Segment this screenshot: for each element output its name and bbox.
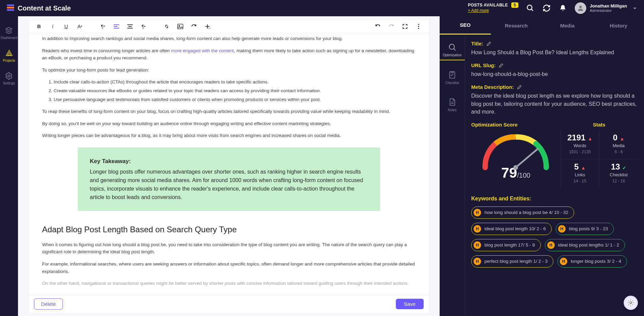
posts-available-count: 5 [511, 2, 518, 8]
paragraph: For example, informational searches, whe… [42, 260, 416, 275]
subnav-notes[interactable]: Notes [440, 95, 465, 115]
editor-content[interactable]: In addition to improving search rankings… [29, 33, 429, 295]
keyword-text: longer blog posts 3/ 2 - 4 [571, 259, 621, 264]
link-button[interactable] [163, 23, 170, 30]
more-button[interactable] [415, 23, 422, 30]
tab-seo[interactable]: SEO [440, 16, 491, 35]
nav-projects[interactable]: Projects [3, 49, 15, 62]
svg-line-19 [454, 48, 455, 50]
top-bar: Content at Scale POSTS AVAILABLE 5 + Add… [0, 0, 644, 16]
paragraph: In addition to improving search rankings… [42, 35, 416, 42]
svg-point-16 [418, 26, 419, 27]
title-label: Title: [471, 41, 638, 46]
stat-media: 0 ▲ Media 6 - 6 [599, 130, 638, 159]
meta-label: Meta Description: [471, 84, 638, 90]
posts-available-label: POSTS AVAILABLE [468, 3, 508, 7]
redo-button[interactable] [388, 23, 395, 30]
edit-icon[interactable] [517, 84, 522, 90]
inline-link[interactable]: more engaged with the content [171, 48, 234, 53]
chevron-down-icon [632, 6, 637, 11]
right-tabs: SEO Research Media History [440, 16, 644, 35]
nav-projects-label: Projects [3, 59, 15, 62]
save-button[interactable]: Save [396, 299, 424, 309]
subnav-optimization[interactable]: Optimization [440, 40, 465, 60]
keyword-pill[interactable]: Hblog posts 9/ 3 - 23 [556, 223, 614, 235]
assistant-bubble-icon[interactable] [624, 296, 638, 310]
keyword-h-icon: H [474, 209, 481, 216]
keywords-list: Hhow long should a blog post be 4/ 10 - … [471, 206, 638, 268]
edit-icon[interactable] [498, 63, 504, 68]
fullscreen-button[interactable] [401, 23, 409, 30]
svg-point-15 [418, 24, 419, 25]
keyword-pill[interactable]: Hblog post length 17/ 5 - 9 [471, 239, 541, 251]
refresh-icon[interactable] [542, 4, 551, 13]
bold-button[interactable]: B [35, 23, 43, 30]
svg-line-30 [629, 304, 629, 305]
keyword-text: ideal blog post lengths 1/ 1 - 2 [558, 242, 619, 248]
nav-settings[interactable]: Settings [3, 72, 15, 85]
indent-button[interactable]: ¶▸ [140, 23, 147, 30]
callout-body: Longer blog posts offer numerous advanta… [90, 168, 368, 201]
paragraph-button[interactable]: ¶▾ [99, 23, 107, 30]
keyword-pill[interactable]: Hideal blog post length 10/ 2 - 6 [471, 223, 552, 235]
svg-point-11 [179, 25, 180, 26]
keyword-h-icon: H [547, 241, 555, 249]
add-more-link[interactable]: + Add more [468, 8, 489, 14]
svg-point-3 [8, 75, 10, 77]
edit-icon[interactable] [486, 41, 492, 46]
keyword-pill[interactable]: Hlonger blog posts 3/ 2 - 4 [557, 255, 627, 268]
left-nav: Dashboard Projects Settings [0, 16, 18, 316]
bell-icon[interactable] [558, 4, 567, 13]
user-name-block: Jonathan Milligan Administrator [590, 3, 627, 13]
keyword-h-icon: H [474, 241, 481, 249]
svg-line-28 [629, 301, 629, 301]
svg-point-2 [579, 6, 582, 8]
callout-title: Key Takeaway: [90, 157, 368, 166]
keyword-h-icon: H [474, 225, 481, 233]
keyword-text: how long should a blog post be 4/ 10 - 3… [484, 210, 568, 215]
tab-research[interactable]: Research [491, 16, 542, 35]
user-name: Jonathan Milligan [590, 3, 627, 9]
tab-history[interactable]: History [593, 16, 644, 35]
key-takeaway-callout: Key Takeaway: Longer blog posts offer nu… [78, 147, 380, 211]
keyword-pill[interactable]: Hideal blog post lengths 1/ 1 - 2 [545, 239, 625, 251]
subnav-checklist[interactable]: Checklist [440, 68, 465, 87]
score-gauge: 79/100 [471, 130, 560, 181]
delete-button[interactable]: Delete [34, 298, 63, 310]
slug-value: how-long-should-a-blog-post-be [471, 70, 638, 78]
keyword-text: perfect blog post length 1/ 2 - 3 [484, 259, 548, 264]
keyword-pill[interactable]: Hperfect blog post length 1/ 2 - 3 [471, 255, 553, 268]
right-panel: SEO Research Media History Optimization … [440, 16, 644, 316]
keyword-pill[interactable]: Hhow long should a blog post be 4/ 10 - … [471, 206, 574, 219]
svg-point-17 [418, 28, 419, 29]
keyword-text: blog post length 17/ 5 - 9 [484, 242, 535, 248]
list-item: Include clear calls-to-action (CTAs) thr… [54, 78, 416, 86]
section-heading: Adapt Blog Post Length Based on Search Q… [42, 223, 416, 236]
seo-subnav: Optimization Checklist Notes [440, 35, 465, 316]
search-icon[interactable] [526, 4, 535, 13]
brand-name: Content at Scale [18, 4, 71, 12]
keyword-h-icon: H [558, 225, 566, 233]
brand-logo-icon [7, 4, 14, 12]
stat-links: 5 ▲ Links 14 - 15 [560, 159, 599, 188]
underline-button[interactable]: U [62, 23, 70, 30]
redo-icon[interactable] [190, 23, 198, 30]
font-style-button[interactable]: A▾ [76, 23, 84, 30]
list-button[interactable] [126, 23, 134, 30]
seo-body: Title: How Long Should a Blog Post Be? I… [465, 35, 644, 316]
tab-media[interactable]: Media [542, 16, 593, 35]
user-menu[interactable]: Jonathan Milligan Administrator [575, 2, 637, 14]
editor-footer: Delete Save [29, 295, 429, 313]
add-button[interactable] [204, 23, 211, 30]
ordered-list: Include clear calls-to-action (CTAs) thr… [54, 78, 416, 103]
undo-button[interactable] [374, 23, 382, 30]
paragraph: To optimize your long-form posts for lea… [42, 66, 416, 74]
brand: Content at Scale [7, 4, 71, 12]
align-button[interactable] [113, 23, 120, 30]
editor-toolbar: B i U A▾ ¶▾ ¶▸ [29, 20, 429, 33]
image-button[interactable] [177, 23, 184, 30]
nav-dashboard[interactable]: Dashboard [1, 26, 17, 40]
italic-button[interactable]: i [49, 23, 56, 30]
svg-point-18 [449, 44, 454, 49]
svg-point-0 [527, 5, 532, 10]
